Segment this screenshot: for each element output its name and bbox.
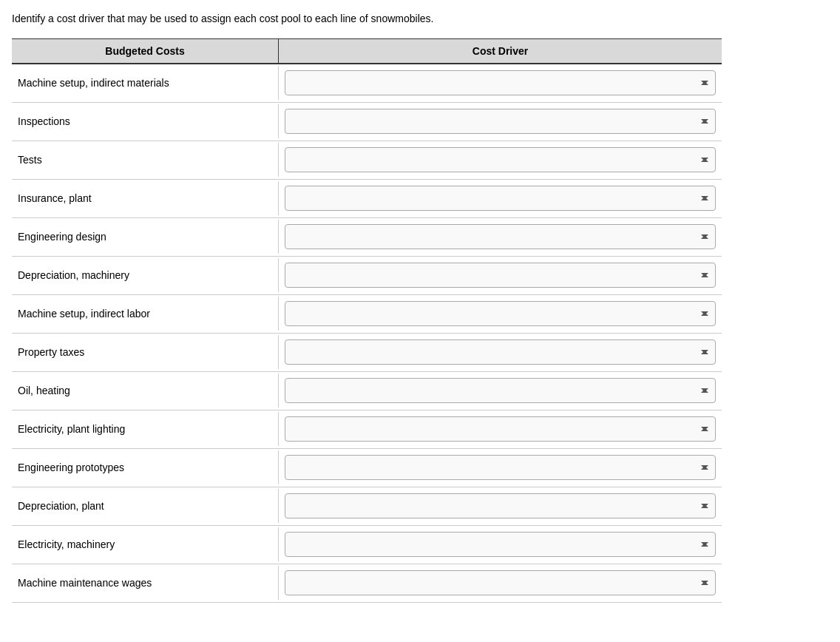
- cost-driver-select-row-machine-maintenance-wages[interactable]: Number of setupsNumber of inspectionsNum…: [285, 570, 716, 595]
- select-cell-row-insurance-plant: Number of setupsNumber of inspectionsNum…: [278, 181, 722, 215]
- cost-label-row-electricity-machinery: Electricity, machinery: [12, 531, 278, 558]
- cost-label-row-tests: Tests: [12, 146, 278, 173]
- select-cell-row-engineering-design: Number of setupsNumber of inspectionsNum…: [278, 220, 722, 254]
- select-cell-row-property-taxes: Number of setupsNumber of inspectionsNum…: [278, 335, 722, 369]
- cost-driver-select-row-electricity-plant[interactable]: Number of setupsNumber of inspectionsNum…: [285, 416, 716, 442]
- cost-driver-select-row-depreciation-plant[interactable]: Number of setupsNumber of inspectionsNum…: [285, 493, 716, 518]
- instruction-text: Identify a cost driver that may be used …: [12, 12, 828, 27]
- table-row: Engineering designNumber of setupsNumber…: [12, 218, 722, 257]
- cost-label-row-machine-setup-labor: Machine setup, indirect labor: [12, 300, 278, 327]
- cost-driver-table: Budgeted Costs Cost Driver Machine setup…: [12, 38, 722, 603]
- select-cell-row-engineering-prototypes: Number of setupsNumber of inspectionsNum…: [278, 450, 722, 484]
- cost-label-row-depreciation-machinery: Depreciation, machinery: [12, 262, 278, 288]
- cost-label-row-engineering-design: Engineering design: [12, 223, 278, 250]
- cost-driver-select-row-electricity-machinery[interactable]: Number of setupsNumber of inspectionsNum…: [285, 532, 716, 557]
- cost-driver-select-row-engineering-prototypes[interactable]: Number of setupsNumber of inspectionsNum…: [285, 455, 716, 480]
- cost-driver-select-row-inspections[interactable]: Number of setupsNumber of inspectionsNum…: [285, 109, 716, 134]
- table-row: Oil, heatingNumber of setupsNumber of in…: [12, 372, 722, 410]
- select-cell-row-depreciation-plant: Number of setupsNumber of inspectionsNum…: [278, 489, 722, 523]
- table-row: Insurance, plantNumber of setupsNumber o…: [12, 180, 722, 218]
- table-row: Machine setup, indirect materialsNumber …: [12, 64, 722, 103]
- select-cell-row-electricity-machinery: Number of setupsNumber of inspectionsNum…: [278, 527, 722, 561]
- table-row: Electricity, plant lightingNumber of set…: [12, 410, 722, 449]
- cost-driver-select-row-oil-heating[interactable]: Number of setupsNumber of inspectionsNum…: [285, 378, 716, 403]
- cost-driver-select-row-machine-setup-labor[interactable]: Number of setupsNumber of inspectionsNum…: [285, 301, 716, 326]
- table-row: Machine setup, indirect laborNumber of s…: [12, 295, 722, 334]
- header-budgeted-costs: Budgeted Costs: [12, 39, 278, 63]
- cost-driver-select-row-depreciation-machinery[interactable]: Number of setupsNumber of inspectionsNum…: [285, 263, 716, 288]
- select-cell-row-oil-heating: Number of setupsNumber of inspectionsNum…: [278, 374, 722, 408]
- select-cell-row-electricity-plant: Number of setupsNumber of inspectionsNum…: [278, 412, 722, 446]
- cost-label-row-electricity-plant: Electricity, plant lighting: [12, 416, 278, 442]
- select-cell-row-machine-setup-materials: Number of setupsNumber of inspectionsNum…: [278, 66, 722, 100]
- cost-driver-select-row-machine-setup-materials[interactable]: Number of setupsNumber of inspectionsNum…: [285, 70, 716, 95]
- cost-driver-select-row-tests[interactable]: Number of setupsNumber of inspectionsNum…: [285, 147, 716, 172]
- table-row: Depreciation, machineryNumber of setupsN…: [12, 257, 722, 295]
- table-row: Electricity, machineryNumber of setupsNu…: [12, 526, 722, 564]
- table-header: Budgeted Costs Cost Driver: [12, 38, 722, 64]
- cost-label-row-machine-setup-materials: Machine setup, indirect materials: [12, 70, 278, 96]
- cost-label-row-machine-maintenance-wages: Machine maintenance wages: [12, 570, 278, 596]
- table-row: Depreciation, plantNumber of setupsNumbe…: [12, 487, 722, 526]
- cost-label-row-inspections: Inspections: [12, 108, 278, 135]
- select-cell-row-inspections: Number of setupsNumber of inspectionsNum…: [278, 104, 722, 138]
- cost-label-row-property-taxes: Property taxes: [12, 339, 278, 365]
- select-cell-row-machine-setup-labor: Number of setupsNumber of inspectionsNum…: [278, 297, 722, 331]
- table-row: Machine maintenance wagesNumber of setup…: [12, 564, 722, 603]
- select-cell-row-machine-maintenance-wages: Number of setupsNumber of inspectionsNum…: [278, 566, 722, 600]
- table-row: Property taxesNumber of setupsNumber of …: [12, 334, 722, 372]
- cost-label-row-depreciation-plant: Depreciation, plant: [12, 493, 278, 519]
- select-cell-row-tests: Number of setupsNumber of inspectionsNum…: [278, 143, 722, 177]
- table-body: Machine setup, indirect materialsNumber …: [12, 64, 722, 603]
- cost-label-row-insurance-plant: Insurance, plant: [12, 185, 278, 212]
- cost-label-row-engineering-prototypes: Engineering prototypes: [12, 454, 278, 481]
- header-cost-driver: Cost Driver: [278, 39, 722, 63]
- table-row: Engineering prototypesNumber of setupsNu…: [12, 449, 722, 487]
- cost-driver-select-row-insurance-plant[interactable]: Number of setupsNumber of inspectionsNum…: [285, 186, 716, 211]
- table-row: InspectionsNumber of setupsNumber of ins…: [12, 103, 722, 141]
- table-row: TestsNumber of setupsNumber of inspectio…: [12, 141, 722, 180]
- cost-label-row-oil-heating: Oil, heating: [12, 377, 278, 404]
- select-cell-row-depreciation-machinery: Number of setupsNumber of inspectionsNum…: [278, 258, 722, 292]
- cost-driver-select-row-property-taxes[interactable]: Number of setupsNumber of inspectionsNum…: [285, 339, 716, 365]
- cost-driver-select-row-engineering-design[interactable]: Number of setupsNumber of inspectionsNum…: [285, 224, 716, 249]
